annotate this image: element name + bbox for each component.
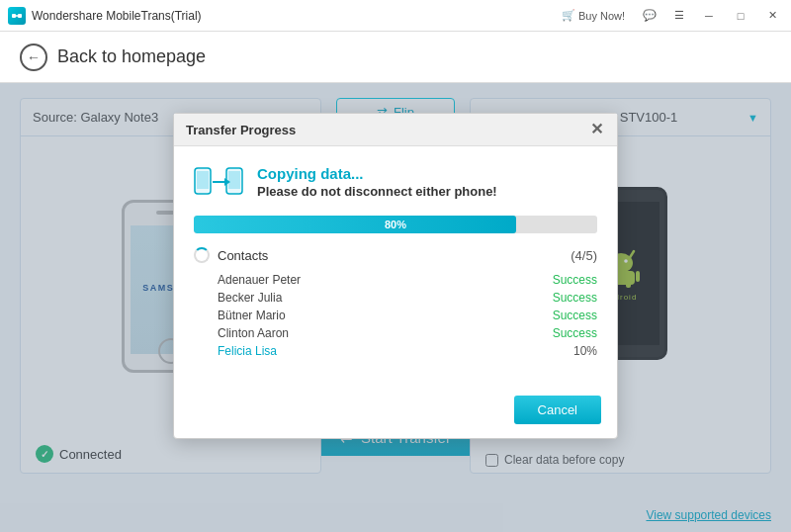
contact-status: Success (553, 326, 597, 340)
contact-row: Felicia Lisa10% (194, 342, 597, 360)
back-label: Back to homepage (57, 46, 206, 67)
cart-icon: 🛒 (562, 9, 575, 22)
contact-name: Adenauer Peter (218, 273, 301, 287)
contact-status: 10% (573, 344, 597, 358)
contact-row: Bütner MarioSuccess (194, 307, 597, 324)
back-button[interactable]: ← Back to homepage (20, 44, 206, 71)
app-icon (8, 7, 26, 25)
minimize-button[interactable]: ─ (698, 5, 720, 27)
menu-icon: ☰ (674, 9, 684, 22)
content-area: Source: Galaxy Note3 ▼ SAMSUNG ✓ Connect… (0, 83, 791, 532)
dialog-title: Transfer Progress (186, 123, 296, 137)
svg-rect-1 (18, 14, 22, 18)
progress-overlay: Transfer Progress ✕ (0, 83, 791, 532)
contact-name: Bütner Mario (218, 309, 286, 322)
contact-name: Clinton Aaron (218, 326, 289, 340)
maximize-button[interactable]: □ (730, 5, 751, 27)
svg-rect-0 (12, 14, 16, 18)
title-bar: Wondershare MobileTrans(Trial) 🛒 Buy Now… (0, 0, 791, 32)
dialog-footer: Cancel (174, 388, 617, 438)
copying-data-text: Copying data... (257, 165, 497, 182)
progress-percent-label: 80% (385, 219, 406, 230)
menu-icon-btn[interactable]: ☰ (670, 7, 688, 24)
title-bar-right: 🛒 Buy Now! 💬 ☰ ─ □ ✕ (558, 5, 783, 27)
contact-list: Adenauer PeterSuccessBecker JuliaSuccess… (194, 271, 597, 360)
back-arrow-icon: ← (20, 44, 47, 71)
contact-name: Felicia Lisa (218, 344, 277, 358)
chat-icon-btn[interactable]: 💬 (639, 7, 660, 24)
contacts-count: (4/5) (571, 248, 597, 263)
contact-row: Clinton AaronSuccess (194, 324, 597, 342)
top-nav: ← Back to homepage (0, 32, 791, 83)
contacts-header: Contacts (4/5) (194, 247, 597, 263)
contacts-spinner (194, 247, 210, 263)
chat-icon: 💬 (643, 9, 657, 22)
contact-status: Success (553, 291, 597, 305)
disconnect-warning-text: Please do not disconnect either phone! (257, 184, 497, 199)
contact-status: Success (553, 309, 597, 322)
contact-row: Becker JuliaSuccess (194, 289, 597, 307)
app-title: Wondershare MobileTrans(Trial) (32, 9, 202, 23)
contacts-left: Contacts (194, 247, 268, 263)
contact-name: Becker Julia (218, 291, 282, 305)
title-bar-left: Wondershare MobileTrans(Trial) (8, 7, 202, 25)
progress-bar-container: 80% (194, 216, 597, 233)
svg-rect-14 (197, 171, 209, 189)
contacts-section: Contacts (4/5) Adenauer PeterSuccessBeck… (194, 247, 597, 360)
progress-dialog: Transfer Progress ✕ (173, 113, 618, 439)
dialog-status-text: Copying data... Please do not disconnect… (257, 165, 497, 199)
close-button[interactable]: ✕ (761, 5, 783, 27)
dialog-body: Copying data... Please do not disconnect… (174, 146, 617, 388)
app-body: ← Back to homepage Source: Galaxy Note3 … (0, 32, 791, 532)
dialog-title-bar: Transfer Progress ✕ (174, 114, 617, 146)
cancel-button[interactable]: Cancel (514, 396, 601, 424)
svg-rect-16 (228, 171, 240, 189)
dialog-header-row: Copying data... Please do not disconnect… (194, 162, 597, 202)
buy-now-button[interactable]: 🛒 Buy Now! (558, 7, 629, 24)
contact-status: Success (553, 273, 597, 287)
progress-bar-fill (194, 216, 516, 233)
contacts-label: Contacts (218, 248, 268, 263)
transfer-phones-icon (194, 162, 243, 202)
contact-row: Adenauer PeterSuccess (194, 271, 597, 289)
dialog-close-button[interactable]: ✕ (588, 122, 605, 137)
